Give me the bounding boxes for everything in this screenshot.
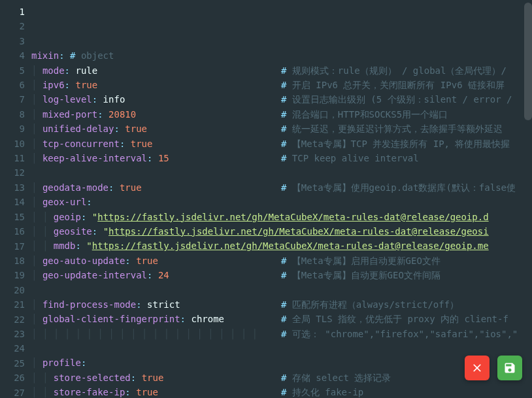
action-buttons (465, 356, 522, 380)
code-editor[interactable]: 1234567891011121314151617181920212223242… (0, 0, 532, 398)
code-area[interactable]: mixin: # object│ mode: rule# 规则模式：rule（规… (31, 0, 532, 398)
code-line[interactable]: │ unified-delay: true# 统一延迟，更换延迟计算方式，去除握… (31, 122, 532, 136)
comment: # 匹配所有进程（always/strict/off） (281, 297, 459, 312)
code-line[interactable]: │ geox-url: (31, 195, 532, 209)
comment: # 规则模式：rule（规则） / global（全局代理）/ (281, 63, 507, 78)
code-line[interactable]: │ geo-auto-update: true# 【Meta专属】启用自动更新G… (31, 254, 532, 268)
line-number: 9 (0, 122, 25, 136)
line-number-gutter: 1234567891011121314151617181920212223242… (0, 0, 31, 398)
code-line[interactable]: │ keep-alive-interval: 15# TCP keep aliv… (31, 151, 532, 165)
line-number: 1 (0, 5, 25, 19)
comment: # 【Meta专属】使用geoip.dat数据库(默认：false使 (281, 180, 516, 195)
code-line[interactable]: │ geodata-mode: true# 【Meta专属】使用geoip.da… (31, 180, 532, 195)
code-line[interactable]: │ mode: rule# 规则模式：rule（规则） / global（全局代… (31, 63, 532, 78)
code-line[interactable]: │ mixed-port: 20810# 混合端口，HTTP和SOCKS5用一个… (31, 107, 532, 122)
line-number: 18 (0, 254, 25, 268)
code-line[interactable]: │ geo-update-interval: 24# 【Meta专属】自动更新G… (31, 268, 532, 282)
code-line[interactable] (31, 165, 532, 180)
comment: # 【Meta专属】TCP 并发连接所有 IP, 将使用最快握 (281, 137, 510, 151)
comment: # 设置日志输出级别 (5 个级别：silent / error / (281, 92, 512, 107)
line-number: 13 (0, 180, 25, 195)
code-line[interactable] (31, 341, 532, 356)
line-number: 16 (0, 224, 25, 239)
line-number: 15 (0, 210, 25, 224)
comment: # 【Meta专属】自动更新GEO文件间隔 (281, 268, 441, 282)
comment: # 混合端口，HTTP和SOCKS5用一个端口 (281, 107, 448, 122)
line-number: 21 (0, 297, 25, 312)
line-number: 24 (0, 341, 25, 356)
comment: # 开启 IPv6 总开关，关闭阻断所有 IPv6 链接和屏 (281, 78, 505, 92)
line-number: 3 (0, 34, 25, 48)
code-line[interactable]: │ ipv6: true# 开启 IPv6 总开关，关闭阻断所有 IPv6 链接… (31, 78, 532, 92)
line-number: 20 (0, 283, 25, 297)
comment: # 全局 TLS 指纹，优先低于 proxy 内的 client-f (281, 312, 508, 326)
line-number: 5 (0, 63, 25, 78)
line-number: 14 (0, 195, 25, 209)
close-icon (471, 361, 484, 374)
code-line[interactable]: mixin: # object (31, 48, 532, 63)
line-number: 19 (0, 268, 25, 282)
line-number: 11 (0, 151, 25, 165)
save-button[interactable] (497, 356, 522, 380)
comment: # 存储 select 选择记录 (281, 371, 391, 385)
code-line[interactable] (31, 282, 532, 297)
comment: # 持久化 fake-ip (281, 385, 363, 398)
code-line[interactable]: │ │ geosite: "https://fastly.jsdelivr.ne… (31, 224, 532, 239)
code-line[interactable]: │ global-client-fingerprint: chrome# 全局 … (31, 312, 532, 326)
comment: # 可选： "chrome","firefox","safari","ios",… (281, 327, 518, 341)
code-line[interactable]: │ │ mmdb: "https://fastly.jsdelivr.net/g… (31, 239, 532, 253)
code-line[interactable]: │ profile: (31, 356, 532, 370)
line-number: 6 (0, 78, 25, 92)
code-line[interactable]: │ │ store-fake-ip: true# 持久化 fake-ip (31, 385, 532, 398)
line-number: 25 (0, 356, 25, 371)
code-line[interactable]: │ tcp-concurrent: true# 【Meta专属】TCP 并发连接… (31, 137, 532, 151)
line-number: 8 (0, 107, 25, 122)
line-number: 17 (0, 239, 25, 254)
line-number: 12 (0, 165, 25, 180)
line-number: 23 (0, 327, 25, 341)
save-icon (503, 361, 516, 374)
line-number: 4 (0, 48, 25, 63)
code-line[interactable]: │ │ │ │ │ │ │ │ │ │ │ │ │ │ │ │ │ │ │ │ … (31, 327, 532, 341)
line-number: 10 (0, 137, 25, 151)
cancel-button[interactable] (465, 356, 490, 380)
comment: # 【Meta专属】启用自动更新GEO文件 (281, 254, 441, 268)
comment: # 统一延迟，更换延迟计算方式，去除握手等额外延迟 (281, 122, 503, 136)
line-number: 26 (0, 371, 25, 385)
code-line[interactable]: │ find-process-mode: strict# 匹配所有进程（alwa… (31, 297, 532, 312)
code-line[interactable]: │ │ geoip: "https://fastly.jsdelivr.net/… (31, 210, 532, 224)
line-number: 27 (0, 386, 25, 398)
line-number: 22 (0, 312, 25, 327)
code-line[interactable]: │ │ store-selected: true# 存储 select 选择记录 (31, 371, 532, 385)
line-number: 2 (0, 19, 25, 33)
line-number: 7 (0, 92, 25, 107)
comment: # TCP keep alive interval (281, 151, 419, 165)
code-line[interactable]: │ log-level: info# 设置日志输出级别 (5 个级别：silen… (31, 92, 532, 107)
